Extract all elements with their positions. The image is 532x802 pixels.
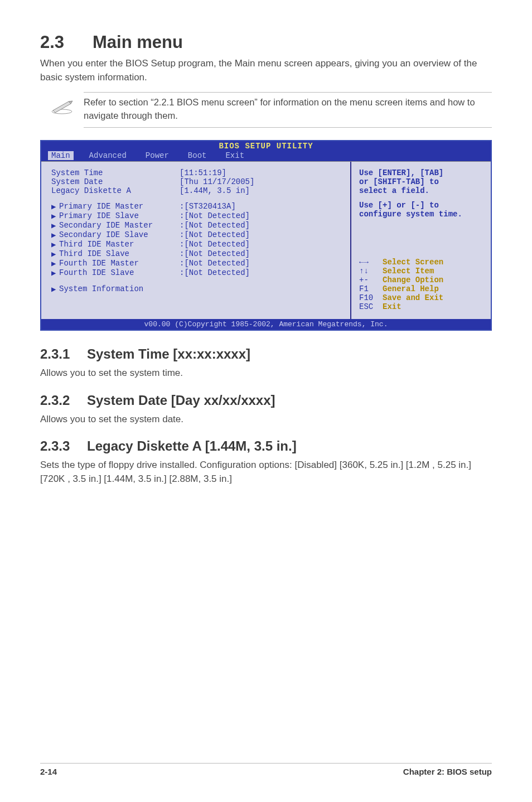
menu-third-ide-master[interactable]: ▶Third IDE Master:[Not Detected] xyxy=(51,240,345,249)
bios-tab-main[interactable]: Main xyxy=(48,151,74,160)
help-line: configure system time. xyxy=(359,210,484,219)
bios-main-area: System Time[11:51:19] System Date[Thu 11… xyxy=(41,162,350,319)
subsection-heading: 2.3.1System Time [xx:xx:xxxx] xyxy=(40,346,492,362)
chapter-label: Chapter 2: BIOS setup xyxy=(403,767,492,776)
subsection-body: Allows you to set the system date. xyxy=(40,413,492,427)
field-system-date[interactable]: System Date[Thu 11/17/2005] xyxy=(51,177,345,186)
menu-fourth-ide-slave[interactable]: ▶Fourth IDE Slave:[Not Detected] xyxy=(51,268,345,278)
note-text: Refer to section “2.2.1 BIOS menu screen… xyxy=(84,96,492,123)
subsection-heading: 2.3.2System Date [Day xx/xx/xxxx] xyxy=(40,393,492,408)
menu-secondary-ide-slave[interactable]: ▶Secondary IDE Slave:[Not Detected] xyxy=(51,230,345,240)
divider xyxy=(84,92,492,93)
help-line: Use [ENTER], [TAB] xyxy=(359,168,484,177)
note-pencil-icon xyxy=(40,96,84,115)
submenu-arrow-icon: ▶ xyxy=(51,249,59,259)
field-legacy-diskette[interactable]: Legacy Diskette A[1.44M, 3.5 in] xyxy=(51,186,345,195)
intro-paragraph: When you enter the BIOS Setup program, t… xyxy=(40,57,492,84)
bios-help-pane: Use [ENTER], [TAB] or [SHIFT-TAB] to sel… xyxy=(350,162,491,319)
bios-tab-advanced[interactable]: Advanced xyxy=(86,151,130,160)
page-number: 2-14 xyxy=(40,767,57,776)
submenu-arrow-icon: ▶ xyxy=(51,211,59,221)
section-heading: 2.3Main menu xyxy=(40,32,492,52)
menu-third-ide-slave[interactable]: ▶Third IDE Slave:[Not Detected] xyxy=(51,249,345,259)
section-title: Main menu xyxy=(93,32,183,52)
submenu-arrow-icon: ▶ xyxy=(51,268,59,278)
bios-key-legend: ←→Select Screen ↑↓Select Item +-Change O… xyxy=(359,258,484,311)
menu-primary-ide-slave[interactable]: ▶Primary IDE Slave:[Not Detected] xyxy=(51,211,345,221)
section-number: 2.3 xyxy=(40,32,93,52)
submenu-arrow-icon: ▶ xyxy=(51,221,59,230)
svg-marker-1 xyxy=(53,102,71,113)
bios-tab-bar: Main Advanced Power Boot Exit xyxy=(41,151,491,161)
help-line: or [SHIFT-TAB] to xyxy=(359,177,484,186)
bios-footer: v00.00 (C)Copyright 1985-2002, American … xyxy=(41,319,491,330)
menu-secondary-ide-master[interactable]: ▶Secondary IDE Master:[Not Detected] xyxy=(51,221,345,230)
help-line: select a field. xyxy=(359,186,484,195)
subsection-body: Sets the type of floppy drive installed.… xyxy=(40,458,492,486)
subsection-body: Allows you to set the system time. xyxy=(40,366,492,380)
menu-system-information[interactable]: ▶System Information xyxy=(51,284,345,294)
bios-panel: BIOS SETUP UTILITY Main Advanced Power B… xyxy=(40,140,492,331)
subsection-heading: 2.3.3Legacy Diskette A [1.44M, 3.5 in.] xyxy=(40,438,492,454)
field-system-time[interactable]: System Time[11:51:19] xyxy=(51,168,345,177)
submenu-arrow-icon: ▶ xyxy=(51,240,59,249)
bios-title: BIOS SETUP UTILITY xyxy=(41,141,491,151)
bios-tab-boot[interactable]: Boot xyxy=(185,151,210,160)
bios-tab-power[interactable]: Power xyxy=(142,151,172,160)
menu-fourth-ide-master[interactable]: ▶Fourth IDE Master:[Not Detected] xyxy=(51,259,345,268)
menu-primary-ide-master[interactable]: ▶Primary IDE Master:[ST320413A] xyxy=(51,202,345,211)
bios-tab-exit[interactable]: Exit xyxy=(222,151,248,160)
note-block: Refer to section “2.2.1 BIOS menu screen… xyxy=(40,96,492,123)
help-line: Use [+] or [-] to xyxy=(359,201,484,210)
divider xyxy=(84,127,492,128)
submenu-arrow-icon: ▶ xyxy=(51,259,59,268)
submenu-arrow-icon: ▶ xyxy=(51,284,59,294)
page-footer: 2-14 Chapter 2: BIOS setup xyxy=(0,763,532,776)
submenu-arrow-icon: ▶ xyxy=(51,230,59,240)
submenu-arrow-icon: ▶ xyxy=(51,202,59,211)
